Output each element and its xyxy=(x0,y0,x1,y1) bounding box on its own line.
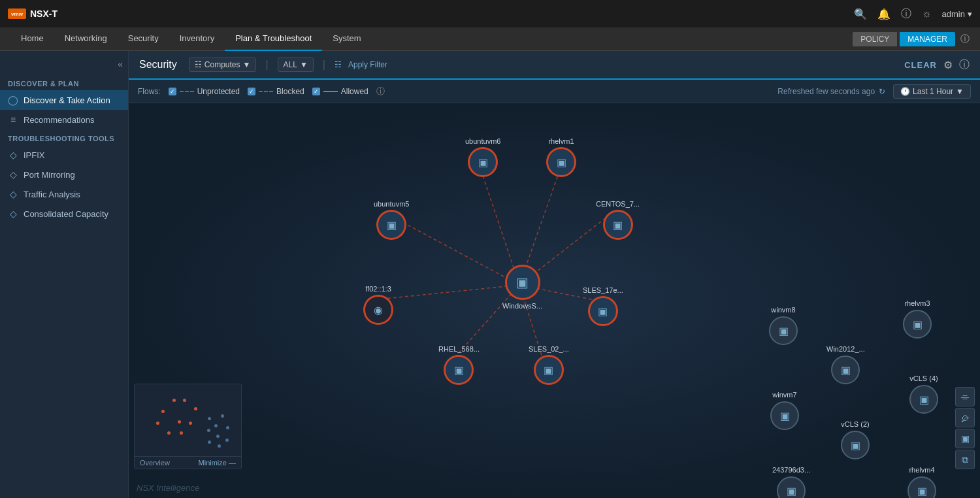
clear-button[interactable]: CLEAR xyxy=(904,60,937,70)
computes-chevron: ▼ xyxy=(243,60,251,69)
node-ubuntuvm5-icon: ▣ xyxy=(387,219,397,231)
minimize-button[interactable]: Minimize — xyxy=(199,459,236,467)
nav-security[interactable]: Security xyxy=(118,27,169,51)
nav-system[interactable]: System xyxy=(322,27,371,51)
node-winvm8[interactable]: winvm8 ▣ xyxy=(769,306,798,345)
node-rhelvm1-circle[interactable]: ▣ xyxy=(547,148,576,176)
node-rhelvm3[interactable]: rhelvm3 ▣ xyxy=(903,299,932,339)
fit-view-button[interactable]: ▣ xyxy=(955,429,975,448)
help-icon[interactable]: ⓘ xyxy=(959,58,970,72)
collapse-icon[interactable]: « xyxy=(118,59,123,69)
sidebar-item-recommendations[interactable]: ≡ Recommendations xyxy=(0,110,128,129)
nav-plan-troubleshoot[interactable]: Plan & Troubleshoot xyxy=(225,27,322,51)
nsx-watermark: NSX Intelligence xyxy=(137,483,199,493)
nav-networking-label: Networking xyxy=(65,33,107,43)
node-vcls2[interactable]: vCLS (2) ▣ xyxy=(841,420,870,459)
bell-icon[interactable]: 🔔 xyxy=(877,8,890,20)
node-ubuntuvm5-circle[interactable]: ▣ xyxy=(377,210,406,239)
port-mirroring-icon: ◇ xyxy=(8,169,18,180)
reset-view-button[interactable]: ⧉ xyxy=(955,450,975,469)
question-icon[interactable]: ⓘ xyxy=(901,7,911,21)
minimap: Overview Minimize — xyxy=(134,384,242,469)
nav-home[interactable]: Home xyxy=(10,27,54,51)
clock-icon: 🕐 xyxy=(900,87,910,96)
sidebar-item-discover-take-action[interactable]: ◯ Discover & Take Action xyxy=(0,90,128,110)
node-rhel568[interactable]: RHEL_568... ▣ xyxy=(438,345,480,384)
zoom-in-button[interactable]: ⌯ xyxy=(955,387,975,407)
node-ubuntuvm6-circle[interactable]: ▣ xyxy=(468,148,497,176)
sidebar-item-consolidated-capacity[interactable]: ◇ Consolidated Capacity xyxy=(0,204,128,224)
graph-area[interactable]: ▣ WindowsS... ubuntuvm6 ▣ rhelvm1 ▣ u xyxy=(129,103,980,498)
nav-inventory[interactable]: Inventory xyxy=(169,27,225,51)
node-centos7-circle[interactable]: ▣ xyxy=(604,210,632,239)
overview-label: Overview xyxy=(140,459,170,467)
node-sles17[interactable]: SLES_17e... ▣ xyxy=(583,286,623,325)
node-ff02[interactable]: ff02::1:3 ◉ xyxy=(364,285,393,324)
sidebar-discover-label: Discover & Take Action xyxy=(24,95,110,105)
center-node[interactable]: ▣ WindowsS... xyxy=(502,265,542,310)
filter-separator2: | xyxy=(323,59,325,71)
nav-networking[interactable]: Networking xyxy=(54,27,118,51)
nav-info-icon[interactable]: ⓘ xyxy=(960,33,970,45)
node-rhel568-circle[interactable]: ▣ xyxy=(444,356,473,384)
node-winvm7[interactable]: winvm7 ▣ xyxy=(770,391,799,430)
node-ff02-circle[interactable]: ◉ xyxy=(364,295,393,324)
node-win2012[interactable]: Win2012_... ▣ xyxy=(826,345,865,384)
nav-home-label: Home xyxy=(21,33,44,43)
node-rhelvm1[interactable]: rhelvm1 ▣ xyxy=(547,137,576,176)
refresh-info: Refreshed few seconds ago ↻ xyxy=(777,87,885,96)
all-filter[interactable]: ALL ▼ xyxy=(278,58,314,72)
node-ubuntuvm6[interactable]: ubuntuvm6 ▣ xyxy=(465,137,500,176)
computes-filter[interactable]: ☷ Computes ▼ xyxy=(189,58,257,72)
policy-button[interactable]: POLICY xyxy=(853,32,897,46)
node-243796d3[interactable]: 243796d3... ▣ xyxy=(772,466,810,498)
logo-text: vmw xyxy=(11,11,23,17)
node-win2012-circle[interactable]: ▣ xyxy=(831,356,860,384)
sidebar-port-mirroring-label: Port Mirroring xyxy=(24,170,75,180)
settings-icon[interactable]: ⚙ xyxy=(943,59,953,71)
node-sles17-label: SLES_17e... xyxy=(583,286,623,294)
manager-button[interactable]: MANAGER xyxy=(900,32,955,46)
node-sles02-circle[interactable]: ▣ xyxy=(534,356,563,384)
refresh-text: Refreshed few seconds ago xyxy=(777,87,875,96)
node-ubuntuvm5[interactable]: ubuntuvm5 ▣ xyxy=(374,200,409,239)
theme-icon[interactable]: ☼ xyxy=(922,8,932,20)
reset-view-icon: ⧉ xyxy=(962,454,968,465)
ipfix-icon: ◇ xyxy=(8,150,18,160)
center-node-circle[interactable]: ▣ xyxy=(506,265,540,299)
node-243796d3-circle[interactable]: ▣ xyxy=(777,476,806,498)
node-rhelvm4-circle[interactable]: ▣ xyxy=(907,476,936,498)
node-rhel568-label: RHEL_568... xyxy=(438,345,480,353)
sidebar-item-ipfix[interactable]: ◇ IPFIX xyxy=(0,145,128,165)
sidebar-item-port-mirroring[interactable]: ◇ Port Mirroring xyxy=(0,165,128,184)
zoom-out-button[interactable]: ⌮ xyxy=(955,408,975,427)
node-rhelvm4[interactable]: rhelvm4 ▣ xyxy=(907,466,936,498)
node-vcls2-circle[interactable]: ▣ xyxy=(841,431,870,459)
flows-bar: Flows: ✓ Unprotected ✓ Blocked ✓ Allowed… xyxy=(129,80,980,103)
minimap-footer: Overview Minimize — xyxy=(135,456,241,469)
refresh-icon[interactable]: ↻ xyxy=(879,87,885,96)
node-vcls2-label: vCLS (2) xyxy=(841,420,869,428)
search-icon[interactable]: 🔍 xyxy=(854,8,867,20)
node-winvm7-circle[interactable]: ▣ xyxy=(770,401,799,430)
node-rhelvm3-icon: ▣ xyxy=(913,318,923,331)
flows-info-icon[interactable]: ⓘ xyxy=(376,86,385,97)
node-sles02[interactable]: SLES_02_... ▣ xyxy=(529,345,569,384)
node-rhelvm3-circle[interactable]: ▣ xyxy=(903,310,932,339)
node-centos7[interactable]: CENTOS_7... ▣ xyxy=(596,200,640,239)
blocked-label: Blocked xyxy=(276,87,304,96)
node-sles17-circle[interactable]: ▣ xyxy=(589,297,617,325)
nav-inventory-label: Inventory xyxy=(180,33,214,43)
node-winvm8-circle[interactable]: ▣ xyxy=(769,316,798,345)
nav-system-label: System xyxy=(333,33,361,43)
node-vcls4-circle[interactable]: ▣ xyxy=(909,385,938,414)
apply-filter-btn[interactable]: Apply Filter xyxy=(348,60,387,69)
vmw-logo: vmw xyxy=(8,8,26,19)
minimize-label: Minimize xyxy=(199,459,227,467)
node-vcls2-icon: ▣ xyxy=(851,439,860,452)
time-filter[interactable]: 🕐 Last 1 Hour ▼ xyxy=(893,84,971,99)
sidebar-item-traffic-analysis[interactable]: ◇ Traffic Analysis xyxy=(0,184,128,204)
user-menu[interactable]: admin ▾ xyxy=(942,9,972,19)
node-winvm7-icon: ▣ xyxy=(780,410,790,422)
node-vcls4[interactable]: vCLS (4) ▣ xyxy=(909,374,938,414)
